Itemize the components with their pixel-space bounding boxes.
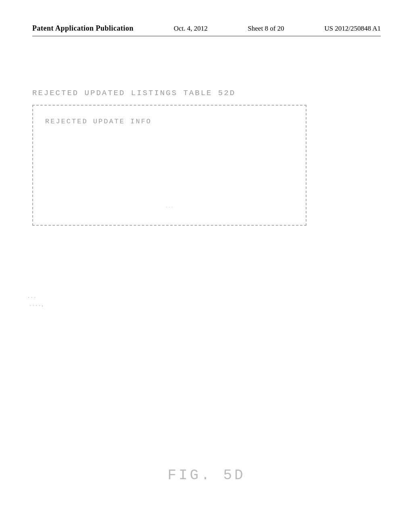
rejected-update-box: REJECTED UPDATE INFO ... <box>32 105 307 226</box>
sheet-number: Sheet 8 of 20 <box>248 25 284 33</box>
page-container: Patent Application Publication Oct. 4, 2… <box>0 0 413 532</box>
page-header: Patent Application Publication Oct. 4, 2… <box>32 24 381 36</box>
box-inner-label: REJECTED UPDATE INFO <box>45 118 294 125</box>
inner-small-text: ... <box>165 204 173 209</box>
patent-number: US 2012/250848 A1 <box>324 25 381 33</box>
table-title: REJECTED UPDATED LISTINGS TABLE 52D <box>32 89 381 98</box>
publication-title: Patent Application Publication <box>32 24 133 33</box>
diagram-area: REJECTED UPDATED LISTINGS TABLE 52D REJE… <box>32 89 381 226</box>
decorative-dot-1: ... <box>27 294 37 299</box>
publication-date: Oct. 4, 2012 <box>174 25 208 33</box>
figure-label: FIG. 5D <box>167 467 245 484</box>
decorative-dot-2: ...., <box>29 302 44 307</box>
